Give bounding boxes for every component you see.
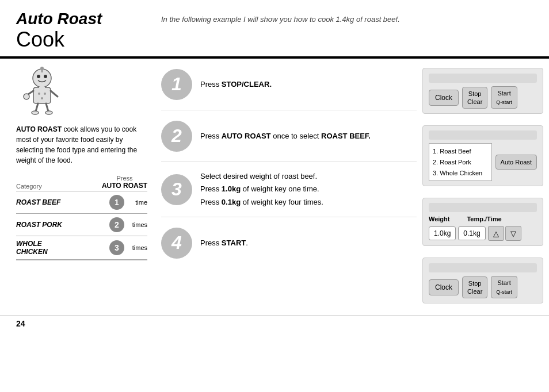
step3-press-1kg: Press [200, 185, 222, 193]
center-column: 1 Press STOP/CLEAR. 2 Press AUTO ROAST o… [155, 59, 422, 313]
svg-line-10 [51, 91, 58, 97]
panel-3: Weight Temp./Time 1.0kg 0.1kg △ ▽ [422, 198, 543, 246]
step2-once: once to select [271, 132, 321, 140]
start-button-2[interactable]: StartQ-start [491, 276, 517, 298]
step4-press: Press [200, 239, 222, 247]
step-1-text: Press STOP/CLEAR. [200, 78, 272, 91]
panel-2: 1. Roast Beef 2. Roast Pork 3. Whole Chi… [422, 125, 543, 186]
weight-values-row: 1.0kg 0.1kg △ ▽ [429, 226, 537, 241]
category-row-roast-pork: ROAST PORK 2 times [16, 213, 147, 236]
step3-one-time: of weight key one time. [241, 185, 319, 193]
svg-point-4 [40, 67, 44, 70]
whole-chicken-badge: 3 [109, 240, 124, 255]
svg-line-13 [46, 103, 48, 112]
step1-stop-clear: STOP/CLEAR. [222, 80, 272, 89]
weight-val-1: 1.0kg [429, 226, 456, 240]
panels: Clock StopClear StartQ-start 1. Roast Be… [422, 59, 543, 313]
roast-pork-times: times [128, 221, 147, 228]
title-normal: Cook [16, 28, 533, 51]
svg-point-6 [38, 93, 40, 95]
weight-labels-row: Weight Temp./Time [429, 216, 537, 225]
auto-roast-bold: AUTO ROAST [16, 125, 62, 133]
category-bottom-border [16, 259, 147, 260]
step-2-text: Press AUTO ROAST once to select ROAST BE… [200, 130, 371, 143]
step3-1kg: 1.0kg [222, 185, 241, 193]
whole-chicken-label: WHOLECHICKEN [16, 240, 106, 256]
roast-pork-label: ROAST PORK [16, 221, 106, 229]
arrow-up-button[interactable]: △ [488, 226, 504, 241]
arrow-down-button[interactable]: ▽ [505, 226, 521, 241]
start-button-1[interactable]: StartQ-start [491, 86, 517, 109]
roast-beef-times: time [128, 199, 147, 206]
step-4-row: 4 Press START. [161, 217, 417, 269]
roast-beef-badge: 1 [109, 195, 124, 210]
step4-period: . [246, 239, 248, 247]
left-column: AUTO ROAST cook allows you to cook most … [0, 59, 155, 313]
subtitle: In the following example I will show you… [161, 15, 400, 24]
stop-clear-button-1[interactable]: StopClear [462, 87, 487, 109]
roast-pork-badge: 2 [109, 217, 124, 232]
right-column: Clock StopClear StartQ-start 1. Roast Be… [422, 59, 549, 313]
temp-time-label: Temp./Time [467, 216, 501, 222]
step3-line1: Select desired weight of roast beef. [200, 172, 317, 180]
svg-point-11 [24, 94, 29, 99]
panel-4-buttons: Clock StopClear StartQ-start [429, 276, 537, 298]
press-header: Press AUTO ROAST [102, 175, 147, 190]
step1-press: Press [200, 80, 222, 89]
temptime-arrows: △ ▽ [488, 226, 521, 241]
weight-label: Weight [429, 216, 449, 222]
step-3-row: 3 Select desired weight of roast beef. P… [161, 162, 417, 217]
category-header: Category Press AUTO ROAST [16, 175, 147, 190]
panel3-top-partial [429, 203, 537, 212]
step3-four-times: of weight key four times. [241, 198, 323, 206]
clock-button-1[interactable]: Clock [429, 90, 459, 106]
auto-roast-label: AUTO ROAST [102, 182, 147, 190]
step2-roast-beef: ROAST BEEF. [321, 132, 371, 140]
step-2-row: 2 Press AUTO ROAST once to select ROAST … [161, 110, 417, 162]
menu-list: 1. Roast Beef 2. Roast Pork 3. Whole Chi… [429, 143, 492, 181]
step-2-badge: 2 [161, 121, 192, 152]
mascot-image [16, 67, 68, 118]
step2-press: Press [200, 132, 222, 140]
clock-button-2[interactable]: Clock [429, 279, 459, 295]
weight-panel: Weight Temp./Time 1.0kg 0.1kg △ ▽ [429, 216, 537, 241]
stop-clear-button-2[interactable]: StopClear [462, 276, 487, 299]
menu-item-1: 1. Roast Beef [433, 146, 488, 157]
step3-press-01kg: Press [200, 198, 222, 206]
svg-point-14 [32, 111, 39, 114]
footer: 24 [0, 316, 549, 332]
svg-rect-16 [39, 87, 45, 90]
panel-4: Clock StopClear StartQ-start [422, 258, 543, 303]
category-row-whole-chicken: WHOLECHICKEN 3 times [16, 236, 147, 259]
step2-auto-roast: AUTO ROAST [222, 132, 271, 140]
whole-chicken-times: times [128, 244, 147, 251]
svg-point-2 [44, 75, 47, 78]
svg-point-15 [45, 111, 52, 114]
roast-beef-label: ROAST BEEF [16, 198, 106, 206]
auto-roast-button[interactable]: Auto Roast [495, 155, 537, 170]
step-1-badge: 1 [161, 69, 192, 100]
press-label: Press [102, 175, 147, 182]
panel4-top-partial [429, 263, 537, 272]
menu-item-3: 3. Whole Chicken [433, 168, 488, 179]
svg-point-8 [41, 97, 43, 99]
step-3-badge: 3 [161, 174, 192, 205]
description: AUTO ROAST cook allows you to cook most … [16, 124, 147, 166]
step-4-text: Press START. [200, 237, 248, 249]
step-1-row: 1 Press STOP/CLEAR. [161, 59, 417, 110]
svg-point-1 [37, 75, 40, 78]
panel1-top-partial [429, 74, 537, 83]
step-3-text: Select desired weight of roast beef. Pre… [200, 170, 323, 208]
panel2-top-partial [429, 130, 537, 140]
page-number: 24 [16, 319, 25, 328]
step-4-badge: 4 [161, 228, 192, 259]
weight-val-2: 0.1kg [458, 226, 485, 240]
page-header: Auto Roast Cook In the following example… [0, 0, 549, 54]
main-content: AUTO ROAST cook allows you to cook most … [0, 59, 549, 313]
step4-start: START [222, 239, 246, 247]
category-label: Category [16, 183, 42, 190]
menu-item-2: 2. Roast Pork [433, 157, 488, 168]
panel-1-buttons: Clock StopClear StartQ-start [429, 86, 537, 109]
panel-2-menu: 1. Roast Beef 2. Roast Pork 3. Whole Chi… [429, 143, 537, 181]
panel-1: Clock StopClear StartQ-start [422, 68, 543, 114]
